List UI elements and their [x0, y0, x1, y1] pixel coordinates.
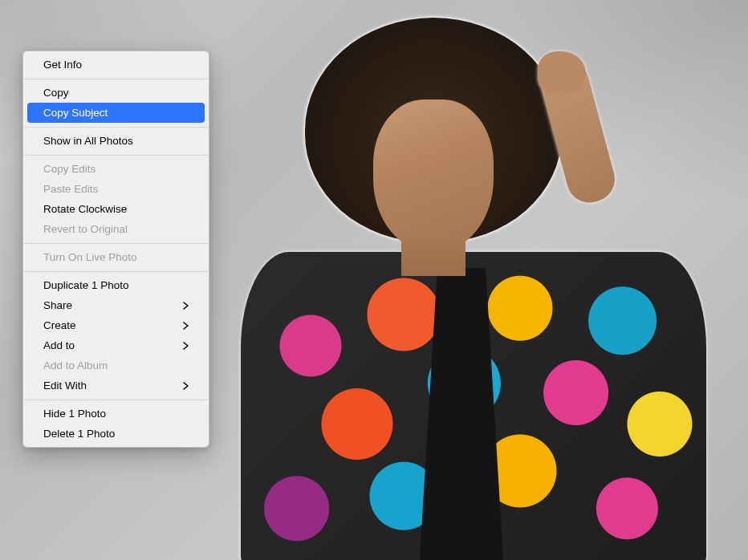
subject-arm: [530, 59, 642, 236]
menu-item-add-to[interactable]: Add to: [27, 335, 205, 355]
menu-item-label: Add to Album: [43, 359, 108, 373]
menu-separator: [24, 79, 208, 79]
menu-item-delete-1-photo[interactable]: Delete 1 Photo: [27, 424, 205, 444]
menu-separator: [24, 400, 208, 400]
menu-separator: [24, 271, 208, 272]
photo-subject[interactable]: [249, 3, 706, 560]
menu-item-label: Copy Edits: [43, 162, 96, 177]
menu-item-label: Create: [43, 319, 76, 333]
menu-item-label: Add to: [43, 339, 75, 353]
menu-item-label: Edit With: [43, 379, 87, 393]
menu-item-label: Copy: [43, 86, 69, 100]
menu-separator: [24, 243, 208, 244]
menu-item-label: Revert to Original: [43, 222, 128, 237]
menu-item-copy[interactable]: Copy: [27, 83, 205, 103]
menu-item-copy-edits: Copy Edits: [27, 159, 205, 179]
menu-item-show-in-all-photos[interactable]: Show in All Photos: [27, 131, 205, 151]
menu-item-label: Show in All Photos: [43, 134, 133, 148]
menu-item-label: Hide 1 Photo: [43, 407, 106, 421]
menu-item-turn-on-live-photo: Turn On Live Photo: [27, 247, 205, 267]
chevron-right-icon: [183, 322, 189, 330]
context-menu[interactable]: Get InfoCopyCopy SubjectShow in All Phot…: [22, 51, 209, 448]
menu-item-paste-edits: Paste Edits: [27, 179, 205, 199]
chevron-right-icon: [183, 342, 189, 350]
menu-item-edit-with[interactable]: Edit With: [27, 375, 205, 396]
menu-item-rotate-clockwise[interactable]: Rotate Clockwise: [27, 199, 205, 219]
menu-item-copy-subject[interactable]: Copy Subject: [27, 103, 205, 123]
menu-item-share[interactable]: Share: [27, 295, 205, 315]
menu-item-label: Rotate Clockwise: [43, 202, 127, 217]
menu-item-get-info[interactable]: Get Info: [27, 55, 205, 75]
menu-item-label: Get Info: [43, 58, 82, 72]
menu-item-label: Copy Subject: [43, 106, 108, 120]
menu-item-label: Share: [43, 298, 72, 313]
menu-item-label: Turn On Live Photo: [43, 250, 137, 265]
menu-item-label: Duplicate 1 Photo: [43, 278, 129, 293]
subject-face: [373, 99, 494, 252]
menu-separator: [24, 155, 208, 156]
subject-jacket: [241, 252, 706, 560]
menu-item-create[interactable]: Create: [27, 315, 205, 335]
menu-item-label: Delete 1 Photo: [43, 427, 115, 441]
menu-item-revert-to-original: Revert to Original: [27, 219, 205, 239]
menu-separator: [24, 127, 208, 128]
chevron-right-icon: [183, 382, 189, 390]
chevron-right-icon: [183, 302, 189, 310]
menu-item-label: Paste Edits: [43, 182, 98, 197]
menu-item-hide-1-photo[interactable]: Hide 1 Photo: [27, 404, 205, 424]
menu-item-duplicate-1-photo[interactable]: Duplicate 1 Photo: [27, 275, 205, 295]
menu-item-add-to-album: Add to Album: [27, 355, 205, 375]
subject-neck: [401, 236, 465, 276]
